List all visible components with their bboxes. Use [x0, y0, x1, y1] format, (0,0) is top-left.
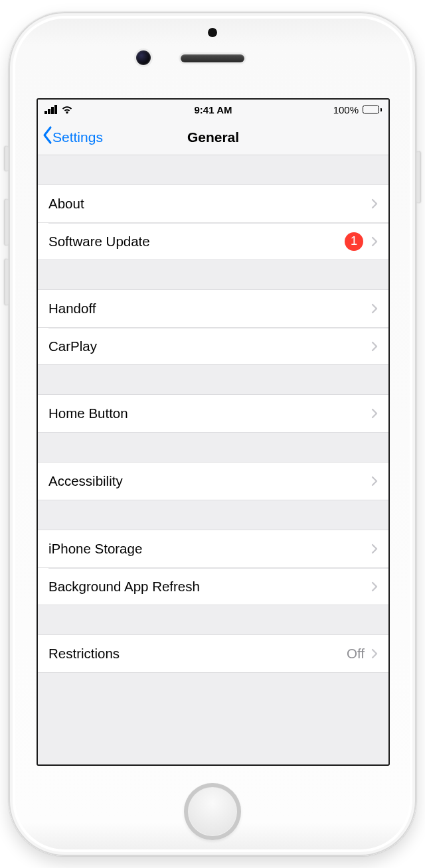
back-button[interactable]: Settings: [38, 127, 104, 147]
row-label: Handoff: [48, 301, 371, 317]
back-button-label: Settings: [52, 129, 103, 145]
row-label: Software Update: [48, 234, 345, 250]
home-button[interactable]: [184, 783, 241, 840]
row-about[interactable]: About: [38, 185, 388, 222]
chevron-right-icon: [371, 341, 378, 352]
settings-group: Handoff CarPlay: [38, 289, 388, 365]
row-value: Off: [347, 646, 365, 662]
row-label: Accessibility: [48, 473, 371, 489]
row-label: Restrictions: [48, 646, 347, 662]
chevron-right-icon: [371, 543, 378, 554]
volume-down-button: [5, 259, 9, 305]
screen: 9:41 AM 100% Settings General: [37, 98, 390, 766]
row-iphone-storage[interactable]: iPhone Storage: [38, 530, 388, 567]
chevron-right-icon: [371, 236, 378, 247]
navigation-bar: Settings General: [38, 119, 388, 155]
row-home-button[interactable]: Home Button: [38, 395, 388, 432]
row-handoff[interactable]: Handoff: [38, 290, 388, 327]
settings-group: Accessibility: [38, 462, 388, 500]
ring-silent-switch: [5, 146, 9, 171]
section-separator: [38, 155, 388, 184]
wifi-icon: [61, 106, 73, 114]
cellular-signal-icon: [44, 105, 57, 114]
row-label: iPhone Storage: [48, 541, 371, 557]
chevron-right-icon: [371, 303, 378, 314]
row-background-app-refresh[interactable]: Background App Refresh: [38, 567, 388, 605]
earpiece-speaker: [181, 54, 244, 62]
section-separator: [38, 500, 388, 530]
front-camera: [136, 50, 151, 65]
chevron-right-icon: [371, 648, 378, 659]
battery-icon: [363, 106, 382, 113]
settings-group: Restrictions Off: [38, 634, 388, 673]
chevron-left-icon: [42, 125, 52, 148]
settings-group: iPhone Storage Background App Refresh: [38, 530, 388, 605]
chevron-right-icon: [371, 581, 378, 592]
section-separator: [38, 365, 388, 394]
chevron-right-icon: [371, 408, 378, 419]
row-label: About: [48, 196, 371, 212]
proximity-sensor: [208, 28, 217, 37]
section-separator: [38, 260, 388, 289]
row-label: Home Button: [48, 405, 371, 421]
iphone-device-frame: 9:41 AM 100% Settings General: [9, 12, 416, 856]
settings-group: Home Button: [38, 394, 388, 433]
row-software-update[interactable]: Software Update 1: [38, 222, 388, 259]
row-carplay[interactable]: CarPlay: [38, 327, 388, 364]
notification-badge: 1: [345, 232, 363, 251]
chevron-right-icon: [371, 476, 378, 486]
status-bar: 9:41 AM 100%: [38, 100, 388, 119]
row-label: Background App Refresh: [48, 579, 371, 595]
section-separator: [38, 605, 388, 634]
side-button: [416, 151, 420, 203]
row-label: CarPlay: [48, 338, 371, 354]
row-accessibility[interactable]: Accessibility: [38, 463, 388, 500]
chevron-right-icon: [371, 198, 378, 209]
battery-percent-label: 100%: [333, 104, 359, 115]
volume-up-button: [5, 199, 9, 246]
settings-group: About Software Update 1: [38, 184, 388, 260]
row-restrictions[interactable]: Restrictions Off: [38, 635, 388, 672]
section-separator: [38, 433, 388, 462]
